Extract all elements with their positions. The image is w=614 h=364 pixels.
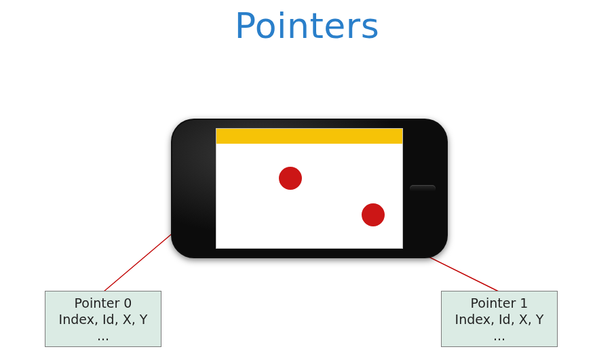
- touch-point-1-icon: [362, 203, 385, 226]
- earpiece-icon: [410, 185, 436, 192]
- pointer-1-name: Pointer 1: [451, 296, 548, 312]
- pointer-0-label-box: Pointer 0 Index, Id, X, Y ...: [45, 291, 161, 347]
- pointer-0-fields: Index, Id, X, Y: [55, 312, 151, 328]
- pointer-0-more: ...: [55, 328, 151, 344]
- slide-title: Pointers: [0, 5, 614, 46]
- touch-point-0-icon: [279, 167, 302, 190]
- notification-bar: [216, 129, 402, 144]
- pointer-1-fields: Index, Id, X, Y: [451, 312, 548, 328]
- phone-screen: [216, 128, 403, 249]
- pointer-0-name: Pointer 0: [55, 296, 151, 312]
- pointer-1-label-box: Pointer 1 Index, Id, X, Y ...: [441, 291, 558, 347]
- pointer-1-more: ...: [451, 328, 548, 344]
- phone-device: [171, 119, 448, 258]
